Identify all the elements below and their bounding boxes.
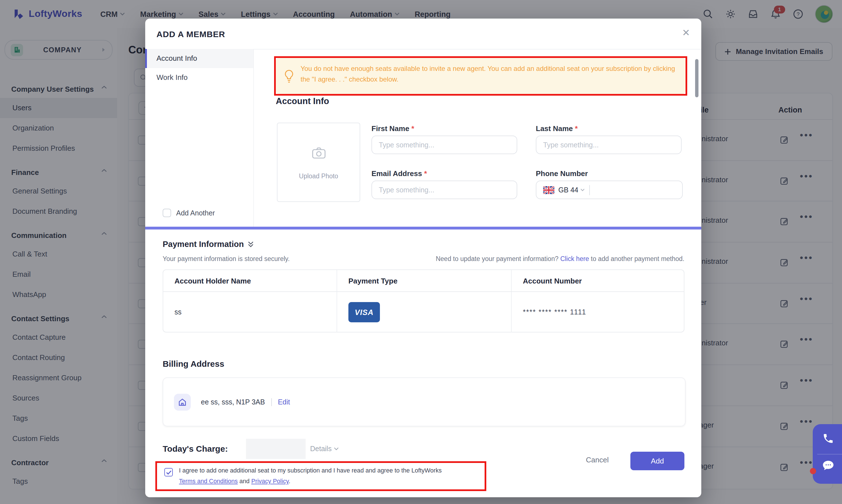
account-number-value: **** **** **** 1111 bbox=[523, 308, 586, 316]
seats-warning-annotation: You do not have enough seats available t… bbox=[274, 56, 687, 96]
phone-field[interactable]: GB 44 bbox=[536, 181, 683, 199]
payment-table-header: Account Holder Name Payment Type Account… bbox=[163, 270, 684, 292]
upload-photo-label: Upload Photo bbox=[278, 173, 359, 179]
last-name-field[interactable] bbox=[536, 136, 682, 154]
account-holder-value: ss bbox=[163, 292, 337, 332]
billing-address-card: ee ss, sss, N1P 3AB Edit bbox=[163, 377, 686, 426]
house-icon bbox=[174, 394, 191, 410]
payment-table-row: ss VISA **** **** **** 1111 bbox=[163, 292, 684, 332]
modal-scrollbar[interactable] bbox=[695, 59, 699, 97]
terms-link[interactable]: Terms and Conditions bbox=[179, 478, 238, 484]
modal-tabs: Account Info Work Info bbox=[145, 49, 254, 227]
account-holder-header: Account Holder Name bbox=[163, 270, 337, 291]
charge-details-toggle[interactable]: Details bbox=[310, 445, 339, 453]
recording-dot bbox=[810, 468, 816, 474]
billing-address-title: Billing Address bbox=[163, 359, 224, 368]
agreement-text: I agree to add one additional seat to my… bbox=[179, 465, 480, 487]
modal-header: ADD A MEMBER ✕ bbox=[145, 19, 701, 50]
add-another-checkbox[interactable]: Add Another bbox=[163, 209, 215, 217]
close-icon[interactable]: ✕ bbox=[682, 28, 690, 39]
payment-secure-note: Your payment information is stored secur… bbox=[163, 255, 290, 262]
checkbox-unchecked[interactable] bbox=[163, 209, 171, 217]
chevron-down-icon[interactable] bbox=[581, 188, 585, 191]
widget-divider bbox=[817, 454, 842, 454]
payment-information-title: Payment Information bbox=[163, 240, 255, 249]
bulb-icon bbox=[284, 69, 294, 84]
last-name-label: Last Name * bbox=[536, 124, 578, 133]
gb-flag-icon bbox=[543, 186, 555, 194]
first-name-label: First Name * bbox=[371, 124, 414, 133]
section-divider bbox=[145, 227, 701, 230]
phone-divider bbox=[590, 185, 590, 195]
country-code: GB 44 bbox=[558, 186, 578, 194]
seats-warning-text: You do not have enough seats available t… bbox=[301, 65, 675, 83]
account-info-section-title: Account Info bbox=[276, 96, 329, 106]
charge-details-label: Details bbox=[310, 445, 332, 453]
seats-warning-banner: You do not have enough seats available t… bbox=[276, 58, 686, 94]
communications-widget bbox=[813, 424, 842, 484]
modal-tab[interactable]: Work Info bbox=[145, 68, 253, 87]
todays-charge-label: Today's Charge: bbox=[163, 444, 228, 453]
email-label: Email Address * bbox=[371, 169, 427, 178]
email-field[interactable] bbox=[371, 181, 517, 199]
modal-tab-label: Account Info bbox=[156, 54, 197, 62]
account-number-header: Account Number bbox=[511, 270, 684, 291]
add-button[interactable]: Add bbox=[630, 452, 684, 470]
visa-badge: VISA bbox=[348, 302, 380, 322]
click-here-link[interactable]: Click here bbox=[560, 255, 589, 262]
upload-photo-box[interactable]: Upload Photo bbox=[277, 123, 360, 202]
privacy-link[interactable]: Privacy Policy bbox=[251, 478, 289, 484]
chevron-down-icon bbox=[334, 447, 339, 451]
agreement-checkbox-checked[interactable] bbox=[164, 468, 173, 476]
double-chevron-down-icon[interactable] bbox=[247, 240, 255, 248]
payment-type-header: Payment Type bbox=[337, 270, 511, 291]
cancel-button[interactable]: Cancel bbox=[586, 456, 609, 464]
modal-tab[interactable]: Account Info bbox=[145, 49, 253, 68]
chat-icon[interactable] bbox=[821, 459, 835, 473]
add-another-label: Add Another bbox=[176, 209, 215, 217]
payment-update-note: Need to update your payment information?… bbox=[436, 255, 684, 262]
phone-icon[interactable] bbox=[822, 433, 834, 444]
first-name-field[interactable] bbox=[371, 136, 517, 154]
phone-label: Phone Number bbox=[536, 169, 588, 178]
agreement-annotation: I agree to add one additional seat to my… bbox=[155, 461, 486, 491]
divider bbox=[271, 398, 271, 406]
add-member-modal: ADD A MEMBER ✕ Account Info Work Info Yo… bbox=[145, 19, 701, 497]
modal-title: ADD A MEMBER bbox=[156, 29, 225, 39]
camera-icon bbox=[312, 147, 326, 159]
app-root: LoftyWorks CRM Marketing bbox=[0, 0, 842, 504]
billing-address-value: ee ss, sss, N1P 3AB bbox=[201, 398, 265, 406]
payment-method-table: Account Holder Name Payment Type Account… bbox=[163, 269, 684, 332]
modal-tab-label: Work Info bbox=[156, 73, 188, 82]
edit-billing-link[interactable]: Edit bbox=[278, 398, 290, 406]
charge-amount-skeleton bbox=[246, 439, 305, 459]
